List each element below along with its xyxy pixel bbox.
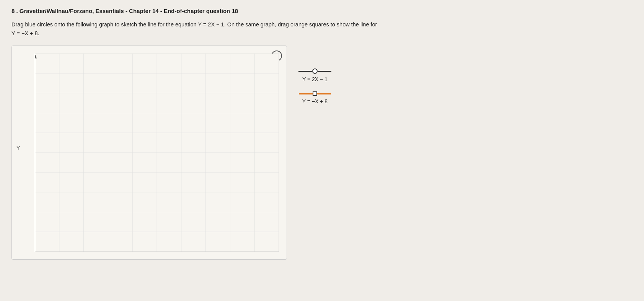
legend-line-blue [298,68,331,74]
orange-square-icon [313,91,317,96]
graph-grid: 10 8 6 4 Y [35,54,279,252]
blue-circle-icon [312,68,318,74]
legend-item-orange: Y = −X + 8 [298,91,331,104]
legend: Y = 2X − 1 Y = −X + 8 [298,68,331,104]
legend-item-blue: Y = 2X − 1 [298,68,331,82]
question-container: 8 . Gravetter/Wallnau/Forzano, Essential… [11,8,633,260]
instructions: Drag blue circles onto the following gra… [11,20,432,38]
orange-line-left [299,93,313,94]
graph-area: ? [11,46,633,260]
blue-line-right [318,71,331,72]
legend-label-blue: Y = 2X − 1 [302,76,328,82]
y-axis-label: Y [16,145,20,151]
question-title: 8 . Gravetter/Wallnau/Forzano, Essential… [11,8,633,14]
graph-container: ? [11,46,287,260]
blue-line-left [298,71,312,72]
orange-line-right [317,93,331,94]
legend-label-orange: Y = −X + 8 [302,98,328,104]
legend-line-orange [299,91,331,96]
graph-inner: 10 8 6 4 Y Y [35,54,279,252]
